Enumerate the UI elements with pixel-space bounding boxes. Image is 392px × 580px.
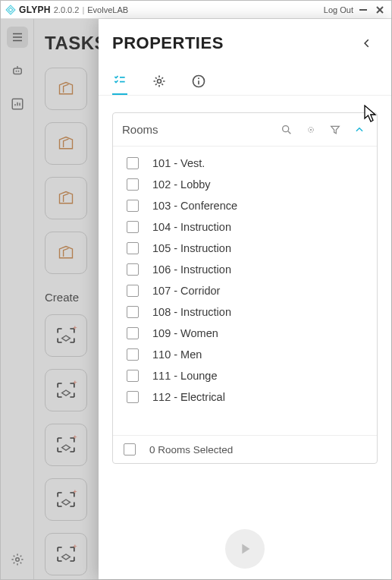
room-checkbox[interactable] xyxy=(127,391,139,403)
room-checkbox[interactable] xyxy=(127,157,139,169)
room-label: 103 - Conference xyxy=(152,200,237,212)
room-row[interactable]: 108 - Instruction xyxy=(116,301,377,323)
tab-settings[interactable] xyxy=(152,68,167,95)
tab-checklist[interactable] xyxy=(112,68,127,95)
room-row[interactable]: 110 - Men xyxy=(116,344,377,365)
filter-icon[interactable] xyxy=(327,121,343,138)
room-label: 101 - Vest. xyxy=(152,157,205,169)
room-label: 105 - Instruction xyxy=(152,242,231,254)
properties-panel: PROPERTIES Rooms 101 - Vest.102 - Lobby1… xyxy=(99,19,391,579)
room-label: 109 - Women xyxy=(152,327,218,339)
section-title: Rooms xyxy=(122,123,271,136)
room-checkbox[interactable] xyxy=(127,327,139,339)
room-row[interactable]: 102 - Lobby xyxy=(116,174,377,195)
room-row[interactable]: 105 - Instruction xyxy=(116,238,377,259)
room-row[interactable]: 111 - Lounge xyxy=(116,365,377,386)
room-checkbox[interactable] xyxy=(127,348,139,361)
close-button[interactable] xyxy=(373,3,387,17)
room-checkbox[interactable] xyxy=(127,370,139,382)
room-row[interactable]: 103 - Conference xyxy=(116,195,377,216)
room-row[interactable]: 104 - Instruction xyxy=(116,216,377,238)
svg-point-14 xyxy=(158,80,162,84)
room-checkbox[interactable] xyxy=(127,200,139,212)
room-label: 107 - Corridor xyxy=(152,285,220,297)
panel-title: PROPERTIES xyxy=(112,33,356,53)
tab-info[interactable] xyxy=(191,68,206,95)
room-row[interactable]: 101 - Vest. xyxy=(116,153,377,174)
room-label: 104 - Instruction xyxy=(152,221,231,233)
collapse-icon[interactable] xyxy=(351,121,368,138)
room-label: 106 - Instruction xyxy=(152,263,231,276)
room-checkbox[interactable] xyxy=(127,221,139,233)
app-name: GLYPH xyxy=(19,5,51,15)
room-row[interactable]: 106 - Instruction xyxy=(116,259,377,280)
search-icon[interactable] xyxy=(278,121,295,138)
svg-line-19 xyxy=(288,131,290,134)
svg-point-21 xyxy=(310,129,312,131)
selection-summary: 0 Rooms Selected xyxy=(149,444,233,455)
room-label: 102 - Lobby xyxy=(152,178,211,191)
select-all-checkbox[interactable] xyxy=(124,443,136,455)
room-row[interactable]: 109 - Women xyxy=(116,323,377,344)
titlebar: GLYPH 2.0.0.2 | EvolveLAB Log Out xyxy=(1,1,391,19)
rooms-list[interactable]: 101 - Vest.102 - Lobby103 - Conference10… xyxy=(113,147,377,435)
svg-point-17 xyxy=(198,77,199,79)
company-name: EvolveLAB xyxy=(87,5,128,14)
room-label: 110 - Men xyxy=(152,348,202,361)
panel-back-button[interactable] xyxy=(356,33,378,54)
minimize-button[interactable] xyxy=(356,3,370,17)
room-label: 111 - Lounge xyxy=(152,370,217,382)
app-version: 2.0.0.2 xyxy=(54,5,80,14)
run-button[interactable] xyxy=(225,529,265,569)
room-label: 112 - Electrical xyxy=(152,391,225,403)
room-row[interactable]: 112 - Electrical xyxy=(116,386,377,408)
room-checkbox[interactable] xyxy=(127,242,139,254)
logout-link[interactable]: Log Out xyxy=(324,5,353,14)
room-checkbox[interactable] xyxy=(127,306,139,318)
titlebar-separator: | xyxy=(82,5,84,14)
room-checkbox[interactable] xyxy=(127,285,139,297)
svg-point-18 xyxy=(283,125,289,131)
room-checkbox[interactable] xyxy=(127,178,139,191)
room-label: 108 - Instruction xyxy=(152,306,231,318)
room-row[interactable]: 107 - Corridor xyxy=(116,280,377,301)
app-logo-icon xyxy=(5,5,16,15)
room-checkbox[interactable] xyxy=(127,263,139,276)
target-icon[interactable] xyxy=(303,121,319,138)
